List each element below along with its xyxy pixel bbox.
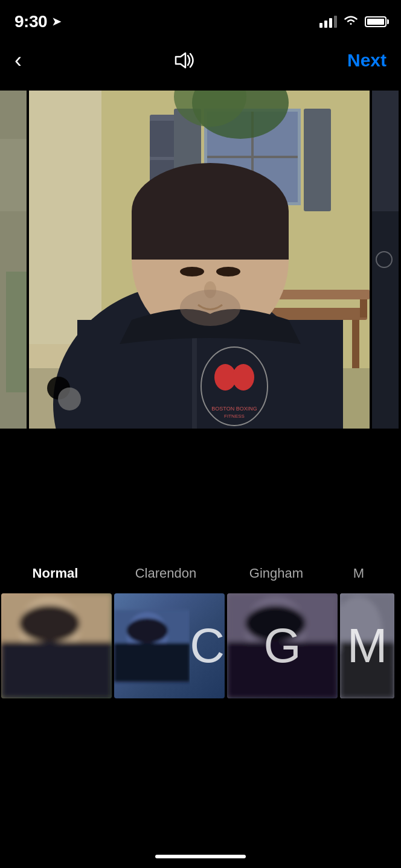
filter-label-gingham[interactable]: Gingham [221, 566, 332, 581]
signal-bar-3 [329, 18, 332, 28]
svg-text:BOSTON BOXING: BOSTON BOXING [211, 406, 257, 412]
filter-letter-g: G [263, 618, 301, 674]
nav-bar: ‹ Next [0, 36, 401, 85]
svg-rect-49 [114, 643, 190, 681]
signal-bar-2 [324, 21, 327, 28]
sound-button[interactable] [171, 49, 197, 71]
filter-label-clarendon[interactable]: Clarendon [111, 566, 221, 581]
spacer-area [0, 435, 401, 555]
signal-icon [319, 16, 337, 28]
wifi-icon [343, 14, 359, 30]
status-time: 9:30 ➤ [14, 12, 61, 31]
svg-point-50 [127, 618, 168, 643]
battery-icon [365, 16, 387, 27]
status-bar: 9:30 ➤ [0, 0, 401, 36]
svg-point-46 [19, 605, 80, 642]
filter-label-normal[interactable]: Normal [0, 566, 111, 581]
filter-labels-row: Normal Clarendon Gingham M [0, 555, 401, 592]
filter-letter-m: M [347, 618, 388, 674]
bottom-spacer [0, 700, 401, 850]
svg-rect-2 [6, 272, 27, 392]
svg-rect-16 [304, 109, 331, 211]
filter-thumb-moon[interactable]: M [340, 593, 394, 698]
signal-bar-1 [319, 23, 322, 28]
svg-point-34 [233, 364, 254, 391]
photo-carousel[interactable]: BOSTON BOXING FITNESS [0, 85, 401, 435]
back-button[interactable]: ‹ [14, 49, 22, 71]
time-label: 9:30 [14, 12, 47, 31]
photo-main[interactable]: BOSTON BOXING FITNESS [29, 91, 370, 429]
svg-rect-29 [132, 211, 289, 260]
svg-rect-42 [372, 211, 399, 429]
status-icons [319, 14, 387, 30]
photo-filter-toggle[interactable] [47, 377, 81, 410]
filter-thumb-clarendon[interactable]: C [114, 593, 225, 698]
next-button[interactable]: Next [347, 50, 387, 71]
filter-thumb-normal[interactable] [1, 593, 112, 698]
photo-next-partial [372, 91, 399, 429]
photo-prev-partial [0, 91, 27, 429]
filter-thumbnails-row: C G [0, 592, 401, 700]
svg-rect-45 [1, 642, 112, 698]
svg-point-40 [180, 290, 240, 326]
filter-thumb-gingham[interactable]: G [227, 593, 338, 698]
svg-rect-1 [0, 139, 27, 211]
filter-label-moon[interactable]: M [332, 566, 386, 581]
filter-letter-c: C [190, 618, 225, 674]
svg-point-38 [216, 267, 240, 276]
svg-rect-31 [192, 332, 197, 429]
svg-rect-24 [360, 299, 367, 318]
location-arrow-icon: ➤ [52, 15, 61, 28]
svg-text:FITNESS: FITNESS [224, 413, 245, 419]
home-indicator[interactable] [155, 855, 246, 858]
svg-rect-21 [352, 320, 359, 368]
signal-bar-4 [334, 16, 337, 28]
svg-point-37 [180, 267, 204, 276]
